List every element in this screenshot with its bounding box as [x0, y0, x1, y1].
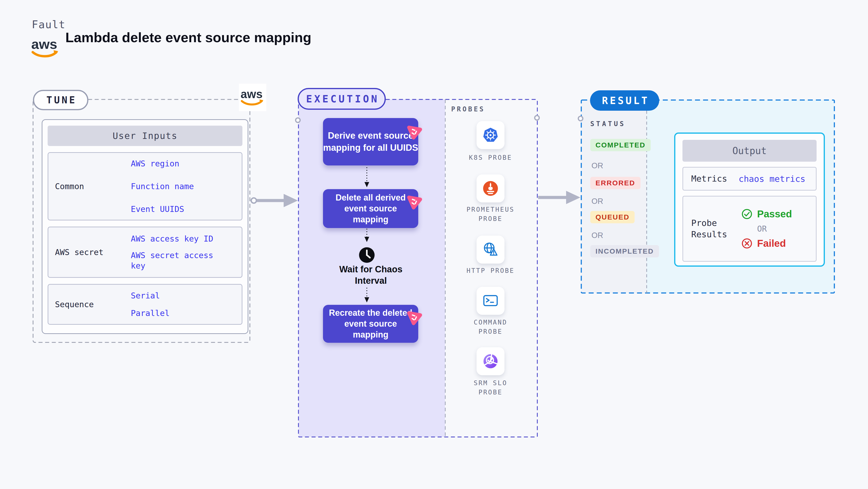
link-serial[interactable]: Serial: [131, 291, 221, 301]
step-recreate-event-source-mapping[interactable]: Recreate the deleted event source mappin…: [323, 305, 418, 343]
tune-row-aws-secret: AWS secret AWS access key ID AWS secret …: [48, 226, 242, 278]
kubernetes-icon: [481, 126, 500, 144]
row-label: Sequence: [48, 300, 131, 309]
step-derive-event-source-mapping[interactable]: Derive event source mapping for all UUID…: [323, 118, 418, 165]
probe-label-prometheus: PROMETHEUS PROBE: [461, 205, 520, 223]
probe-card-srm-slo: [476, 347, 504, 375]
metrics-row: Metrics chaos metrics: [682, 167, 816, 190]
probe-card-command: [476, 287, 504, 315]
clock-icon: [359, 247, 375, 263]
output-title: Output: [682, 140, 816, 162]
probe-results-label: Probe Results: [683, 217, 739, 240]
tune-row-common: Common AWS region Function name Event UU…: [48, 152, 242, 220]
connector-result-left: [578, 116, 583, 121]
link-event-uuids[interactable]: Event UUIDS: [131, 204, 221, 214]
or-label: OR: [591, 197, 603, 206]
flow-arrow-1: [363, 167, 371, 189]
status-title: STATUS: [590, 120, 626, 128]
fault-eyebrow: Fault: [32, 19, 65, 31]
arrow-tune-to-execution: [250, 189, 299, 212]
tune-row-sequence: Sequence Serial Parallel: [48, 284, 242, 325]
user-inputs-panel: User Inputs Common AWS region Function n…: [42, 119, 248, 334]
or-label: OR: [757, 224, 792, 234]
link-aws-access-key-id[interactable]: AWS access key ID: [131, 234, 217, 244]
aws-logo: aws: [31, 36, 60, 60]
probe-label-command: COMMAND PROBE: [461, 317, 520, 336]
user-inputs-title: User Inputs: [48, 126, 242, 146]
probe-label-http: HTTP PROBE: [461, 266, 520, 275]
row-label: Common: [48, 182, 131, 191]
aws-logo-tune: aws: [239, 84, 266, 111]
link-function-name[interactable]: Function name: [131, 181, 221, 191]
svg-text:aws: aws: [31, 36, 57, 52]
probe-card-http: [476, 236, 504, 264]
status-badge-completed: COMPLETED: [590, 139, 651, 151]
link-aws-region[interactable]: AWS region: [131, 158, 221, 169]
row-label: AWS secret: [48, 247, 131, 257]
execution-pill: EXECUTION: [298, 88, 386, 110]
probes-divider: [444, 99, 446, 437]
probes-title: PROBES: [451, 105, 485, 113]
chaos-metrics-link[interactable]: chaos metrics: [739, 174, 805, 184]
wait-for-chaos-interval-label: Wait for Chaos Interval: [329, 264, 412, 286]
passed-check-icon: [741, 209, 752, 219]
failed-x-icon: [741, 238, 752, 249]
probe-results-row: Probe Results Passed OR Faile: [682, 196, 816, 262]
http-globe-warning-icon: [481, 240, 500, 259]
flow-arrow-3: [363, 288, 371, 304]
step-text: Recreate the deleted event source mappin…: [329, 307, 412, 340]
failed-label: Failed: [757, 238, 786, 249]
probe-label-k8s: K8S PROBE: [461, 153, 520, 162]
status-badge-queued: QUEUED: [590, 211, 634, 223]
status-badge-errored: ERRORED: [590, 177, 641, 189]
page-title: Lambda delete event source mapping: [65, 29, 311, 45]
passed-label: Passed: [757, 208, 792, 220]
connector-execution-left: [295, 117, 301, 123]
status-badge-incompleted: INCOMPLETED: [590, 245, 659, 257]
status-output-divider: [646, 100, 647, 293]
or-label: OR: [591, 161, 603, 170]
metrics-label: Metrics: [683, 173, 739, 184]
or-label: OR: [591, 231, 603, 240]
prometheus-icon: [481, 179, 500, 198]
svg-text:aws: aws: [241, 88, 262, 100]
link-parallel[interactable]: Parallel: [131, 308, 221, 318]
fault-diagram: Fault Lambda delete event source mapping…: [0, 0, 868, 489]
result-pill: RESULT: [590, 90, 659, 111]
flow-arrow-2: [363, 229, 371, 243]
probe-label-srm-slo: SRM SLO PROBE: [461, 378, 520, 397]
step-text: Derive event source mapping for all UUID…: [323, 130, 418, 154]
step-delete-event-source-mapping[interactable]: Delete all derived event source mapping: [323, 189, 418, 228]
output-panel: Output Metrics chaos metrics Probe Resul…: [674, 132, 825, 267]
terminal-icon: [481, 292, 500, 310]
step-text: Delete all derived event source mapping: [336, 192, 406, 225]
probe-card-k8s: [476, 121, 504, 149]
srm-slo-gauge-icon: [481, 352, 500, 370]
tune-pill: TUNE: [33, 90, 88, 110]
probe-card-prometheus: [476, 175, 504, 203]
link-aws-secret-access-key[interactable]: AWS secret access key: [131, 250, 217, 271]
arrow-execution-to-result: [538, 186, 582, 209]
connector-execution-right: [534, 115, 540, 121]
